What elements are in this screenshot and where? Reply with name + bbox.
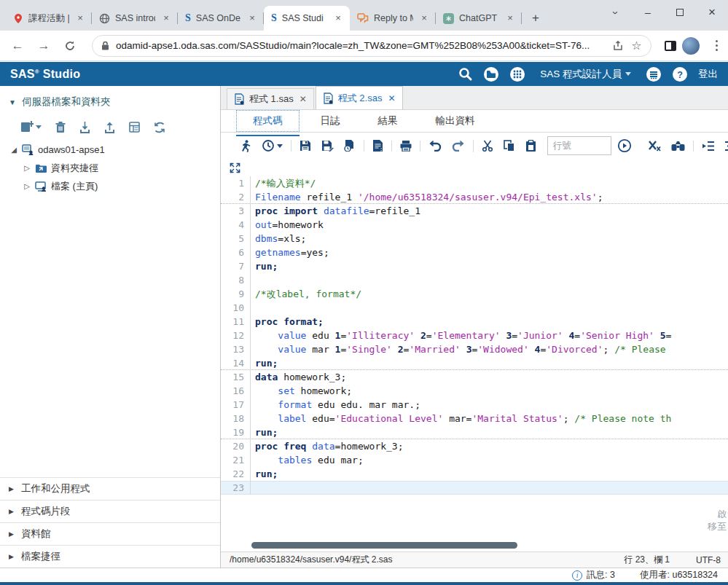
forward-icon[interactable]: → <box>34 36 54 56</box>
search-icon[interactable] <box>457 66 473 82</box>
browser-menu-icon[interactable] <box>713 37 721 55</box>
format-code-button[interactable] <box>725 141 728 152</box>
code-line[interactable]: 8 <box>221 273 728 287</box>
tree-item-檔案主頁[interactable]: ▷檔案 (主頁) <box>0 177 220 195</box>
view-tab-程式碼[interactable]: 程式碼 <box>237 111 299 131</box>
code-line[interactable]: 15data homework_3; <box>221 370 728 384</box>
share-icon[interactable] <box>612 40 624 52</box>
address-bar[interactable]: odamid-apse1.oda.sas.com/SASStudio/main?… <box>92 35 651 57</box>
code-line[interactable]: 17 format edu edu. mar mar.; <box>221 398 728 412</box>
run-button[interactable] <box>239 140 251 152</box>
tab-close-icon[interactable]: × <box>332 12 344 24</box>
document-tab[interactable]: 程式 2.sas✕ <box>316 86 403 109</box>
sidebar-section-檔案捷徑[interactable]: ▶檔案捷徑 <box>0 545 220 568</box>
view-tab-日誌[interactable]: 日誌 <box>305 111 356 131</box>
browser-tab[interactable]: Reply to M× <box>350 6 436 31</box>
browser-tab[interactable]: SSAS OnDe× <box>178 6 264 31</box>
code-line[interactable]: 6getnames=yes; <box>221 246 728 259</box>
clear-code-button[interactable] <box>648 140 661 152</box>
code-line[interactable]: 23 <box>221 481 728 495</box>
tab-close-icon[interactable]: × <box>160 12 172 24</box>
expanded-triangle-icon[interactable]: ◢ <box>10 146 17 154</box>
indent-button[interactable] <box>702 141 715 152</box>
back-icon[interactable]: ← <box>7 36 28 56</box>
messages-status[interactable]: i 訊息: 3 <box>572 569 615 581</box>
delete-button[interactable] <box>55 122 66 133</box>
paste-button[interactable] <box>525 140 536 152</box>
tab-close-icon[interactable]: ✕ <box>300 94 307 104</box>
collapsed-triangle-icon[interactable]: ▷ <box>23 164 31 172</box>
properties-button[interactable] <box>129 122 140 133</box>
code-line[interactable]: 2Filename refile_1 '/home/u63518324/sasu… <box>221 190 728 204</box>
code-line[interactable]: 9/*改label, format*/ <box>221 287 728 301</box>
line-number-input[interactable] <box>547 136 611 155</box>
user-role-menu[interactable]: SAS 程式設計人員 <box>536 68 635 81</box>
sidebar-section-資料館[interactable]: ▶資料館 <box>0 522 220 545</box>
find-replace-button[interactable] <box>671 141 685 152</box>
download-button[interactable] <box>79 122 90 133</box>
tree-item-資料夾捷徑[interactable]: ▷資料夾捷徑 <box>0 159 220 177</box>
code-line[interactable]: 5dbms=xls; <box>221 232 728 246</box>
redo-button[interactable] <box>452 141 465 152</box>
upload-button[interactable] <box>104 122 115 133</box>
horizontal-scrollbar[interactable] <box>251 542 517 549</box>
sidebar-section-程式碼片段[interactable]: ▶程式碼片段 <box>0 500 220 522</box>
refresh-button[interactable] <box>154 122 165 133</box>
print-button[interactable] <box>400 141 412 152</box>
tab-close-icon[interactable]: × <box>74 12 86 24</box>
code-line[interactable]: 20proc freq data=homework_3; <box>221 439 728 453</box>
browser-tab[interactable]: SSAS Studi× <box>264 6 350 31</box>
logout-button[interactable]: 登出 <box>698 68 718 81</box>
new-tab-button[interactable]: + <box>526 9 545 28</box>
minimize-icon[interactable]: – <box>632 0 664 25</box>
code-line[interactable]: 12 value edu 1='Illiteracy' 2='Elementar… <box>221 329 728 342</box>
submissions-icon[interactable] <box>646 66 662 82</box>
view-tab-結果[interactable]: 結果 <box>362 111 414 131</box>
go-to-line-button[interactable] <box>617 138 632 153</box>
reload-icon[interactable] <box>60 36 80 56</box>
cut-button[interactable] <box>482 140 493 152</box>
close-icon[interactable]: × <box>696 0 728 25</box>
copy-button[interactable] <box>504 140 515 152</box>
code-line[interactable]: 4out=homework <box>221 218 728 232</box>
browser-tab[interactable]: ∗ChatGPT× <box>436 6 522 31</box>
code-line[interactable]: 11proc format; <box>221 315 728 329</box>
save-as-button[interactable] <box>321 140 334 152</box>
code-line[interactable]: 7run; <box>221 259 728 273</box>
file-history-button[interactable] <box>344 140 356 152</box>
browser-tab[interactable]: 課程活動 |× <box>6 6 92 31</box>
server-files-section-header[interactable]: ▼ 伺服器檔案和資料夾 <box>0 86 220 115</box>
maximize-view-icon[interactable] <box>230 162 240 173</box>
tab-close-icon[interactable]: × <box>504 12 516 24</box>
code-line[interactable]: 16 set homework; <box>221 384 728 398</box>
browser-tab[interactable]: SAS introd× <box>92 6 178 31</box>
maximize-icon[interactable] <box>664 0 696 25</box>
code-line[interactable]: 21 tables edu mar; <box>221 453 728 467</box>
collapsed-triangle-icon[interactable]: ▷ <box>23 182 31 190</box>
tab-close-icon[interactable]: × <box>246 12 258 24</box>
document-tab[interactable]: 程式 1.sas✕ <box>227 88 314 109</box>
save-button[interactable] <box>300 140 311 152</box>
code-line[interactable]: 1/*輸入資料*/ <box>221 176 728 190</box>
submission-history-button[interactable] <box>262 139 283 152</box>
code-line[interactable]: 14run; <box>221 356 728 370</box>
tab-close-icon[interactable]: × <box>418 12 430 24</box>
undo-button[interactable] <box>428 141 442 152</box>
code-line[interactable]: 19run; <box>221 425 728 439</box>
help-icon[interactable]: ? <box>672 66 688 82</box>
code-line[interactable]: 10 <box>221 301 728 315</box>
apps-icon[interactable] <box>509 66 525 82</box>
code-line[interactable]: 18 label edu='Educational Level' mar='Ma… <box>221 412 728 425</box>
code-editor[interactable]: 1/*輸入資料*/2Filename refile_1 '/home/u6351… <box>221 159 728 551</box>
new-item-button[interactable] <box>20 121 42 133</box>
bookmark-star-icon[interactable]: ☆ <box>631 39 641 52</box>
code-line[interactable]: 22run; <box>221 467 728 481</box>
tab-close-icon[interactable]: ✕ <box>388 93 395 103</box>
code-line[interactable]: 13 value mar 1='Single' 2='Married' 3='W… <box>221 342 728 356</box>
sidebar-section-工作和公用程式[interactable]: ▶工作和公用程式 <box>0 477 220 500</box>
tree-item-odaws01-apse1[interactable]: ◢odaws01-apse1 <box>0 141 220 159</box>
side-panel-icon[interactable] <box>665 41 676 51</box>
chevron-down-icon[interactable]: › <box>600 0 632 25</box>
program-button[interactable]: ; <box>372 140 383 152</box>
profile-avatar[interactable] <box>682 37 700 55</box>
